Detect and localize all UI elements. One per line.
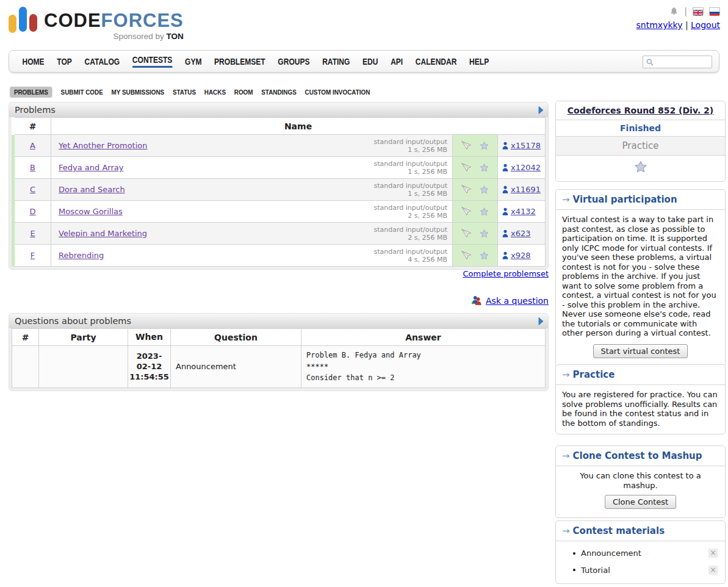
subnav-my-submissions[interactable]: MY SUBMISSIONS	[112, 88, 165, 96]
nav-item-contests[interactable]: CONTESTS	[132, 55, 173, 68]
nav-item-catalog[interactable]: CATALOG	[84, 57, 120, 67]
subnav-problems[interactable]: PROBLEMS	[10, 87, 52, 98]
submit-plane-icon[interactable]	[461, 206, 472, 217]
codeforces-logo[interactable]: CODEFORCES Sponsored by TON	[9, 5, 184, 41]
practice-box: →Practice You are registered for practic…	[555, 364, 726, 434]
problem-d-index-link[interactable]: D	[29, 207, 35, 216]
question-text-cell: Announcement	[171, 346, 301, 388]
problem-d-solved-count-link[interactable]: x4132	[511, 207, 536, 216]
logo-sponsored-line: Sponsored by TON	[44, 32, 184, 41]
problem-e-solved-count-link[interactable]: x623	[511, 229, 531, 238]
nav-item-help[interactable]: HELP	[469, 57, 489, 67]
search-box[interactable]	[643, 56, 712, 68]
material-item-tutorial: Tutorial ×	[562, 562, 719, 579]
user-handle-link[interactable]: sntmxykky	[636, 20, 683, 30]
flag-ru-icon[interactable]	[709, 7, 720, 15]
ton-text: TON	[167, 32, 184, 41]
problem-row-d: D Moscow Gorillas standard input/output2…	[13, 201, 546, 223]
logo-forces-text: FORCES	[101, 10, 184, 31]
questions-col-party: Party	[39, 329, 128, 346]
problem-b-name-link[interactable]: Fedya and Array	[59, 163, 123, 172]
nav-item-calendar[interactable]: CALENDAR	[416, 57, 457, 67]
question-row: 2023-02-12 11:54:55 Announcement Problem…	[12, 346, 546, 388]
problem-f-name-link[interactable]: Rebrending	[59, 251, 104, 260]
clone-contest-button[interactable]: Clone Contest	[605, 495, 676, 509]
search-input[interactable]	[654, 58, 708, 67]
subnav-hacks[interactable]: HACKS	[204, 88, 226, 96]
start-virtual-contest-button[interactable]: Start virtual contest	[593, 344, 688, 358]
ask-question-link[interactable]: Ask a question	[486, 296, 549, 306]
ask-question-icon	[470, 295, 483, 306]
problem-e-index-link[interactable]: E	[30, 229, 35, 238]
favorite-star-icon[interactable]	[479, 185, 489, 195]
material-tutorial-link[interactable]: Tutorial	[581, 566, 703, 575]
problem-c-solved-count-link[interactable]: x11691	[511, 185, 541, 194]
submit-plane-icon[interactable]	[461, 228, 472, 239]
favorite-star-icon[interactable]	[479, 207, 489, 217]
collapse-arrow-icon[interactable]	[538, 106, 544, 114]
subnav-status[interactable]: STATUS	[173, 88, 196, 96]
question-index-cell	[12, 346, 39, 388]
subnav-custom-invocation[interactable]: CUSTOM INVOCATION	[305, 88, 370, 96]
subnav-submit-code[interactable]: SUBMIT CODE	[61, 88, 103, 96]
problem-a-name-link[interactable]: Yet Another Promotion	[59, 141, 147, 150]
caption-arrow: →	[562, 194, 570, 205]
submit-plane-icon[interactable]	[461, 162, 472, 173]
questions-col-answer: Answer	[301, 329, 546, 346]
nav-item-home[interactable]: HOME	[23, 57, 45, 67]
question-party-cell	[39, 346, 128, 388]
favorite-star-icon[interactable]	[479, 229, 489, 239]
problem-b-solved-count-link[interactable]: x12042	[511, 163, 541, 172]
nav-item-gym[interactable]: GYM	[185, 57, 201, 67]
problem-b-index-link[interactable]: B	[30, 163, 35, 172]
problem-e-name-link[interactable]: Velepin and Marketing	[59, 229, 147, 238]
contest-participation-mode: Practice	[556, 137, 725, 156]
nav-item-api[interactable]: API	[391, 57, 403, 67]
solved-person-icon	[502, 142, 509, 149]
problem-row-e: E Velepin and Marketing standard input/o…	[13, 223, 546, 245]
submit-plane-icon[interactable]	[461, 250, 472, 261]
problem-f-solved-count-link[interactable]: x928	[511, 251, 531, 260]
submit-plane-icon[interactable]	[461, 184, 472, 195]
solved-person-icon	[502, 185, 509, 193]
nav-item-rating[interactable]: RATING	[322, 57, 350, 67]
problem-row-f: F Rebrending standard input/output4 s, 2…	[13, 245, 546, 267]
favorite-contest-star-icon[interactable]	[633, 160, 648, 174]
problem-d-io: standard input/output	[373, 204, 447, 212]
favorite-star-icon[interactable]	[479, 251, 489, 261]
question-when-cell: 2023-02-12 11:54:55	[128, 346, 171, 388]
nav-item-top[interactable]: TOP	[57, 57, 72, 67]
problem-c-limits: 1 s, 256 MB	[373, 190, 447, 198]
nav-item-problemset[interactable]: PROBLEMSET	[214, 57, 265, 67]
contest-title-link[interactable]: Codeforces Round 852 (Div. 2)	[568, 106, 713, 115]
solved-person-icon	[502, 229, 509, 237]
flag-en-icon[interactable]	[693, 7, 704, 15]
close-icon[interactable]: ×	[708, 566, 718, 575]
logo-bar-blue	[19, 7, 27, 32]
bell-icon[interactable]	[669, 6, 679, 16]
close-icon[interactable]: ×	[708, 549, 718, 558]
problem-d-name-link[interactable]: Moscow Gorillas	[59, 207, 123, 216]
problem-d-limits: 2 s, 256 MB	[373, 212, 447, 220]
subnav-room[interactable]: ROOM	[234, 88, 253, 96]
questions-col-question: Question	[171, 329, 301, 346]
submit-plane-icon[interactable]	[461, 140, 472, 151]
problem-a-index-link[interactable]: A	[30, 141, 35, 150]
nav-item-groups[interactable]: GROUPS	[278, 57, 309, 67]
complete-problemset-link[interactable]: Complete problemset	[463, 269, 549, 278]
nav-item-edu[interactable]: EDU	[362, 57, 378, 67]
problem-f-index-link[interactable]: F	[31, 251, 35, 260]
material-announcement-link[interactable]: Announcement	[581, 549, 703, 558]
subnav-standings[interactable]: STANDINGS	[261, 88, 297, 96]
practice-text: You are registered for practice. You can…	[562, 390, 719, 428]
logo-bars-icon	[9, 5, 37, 37]
contest-materials-box: →Contest materials Announcement × Tutori…	[555, 520, 726, 584]
logout-link[interactable]: Logout	[691, 20, 720, 30]
problem-c-name-link[interactable]: Dora and Search	[59, 185, 125, 194]
problem-c-index-link[interactable]: C	[30, 185, 35, 194]
collapse-arrow-icon[interactable]	[538, 317, 544, 325]
favorite-star-icon[interactable]	[479, 141, 489, 151]
problem-a-solved-count-link[interactable]: x15178	[511, 141, 541, 150]
favorite-star-icon[interactable]	[479, 163, 489, 173]
user-separator: |	[685, 20, 688, 30]
